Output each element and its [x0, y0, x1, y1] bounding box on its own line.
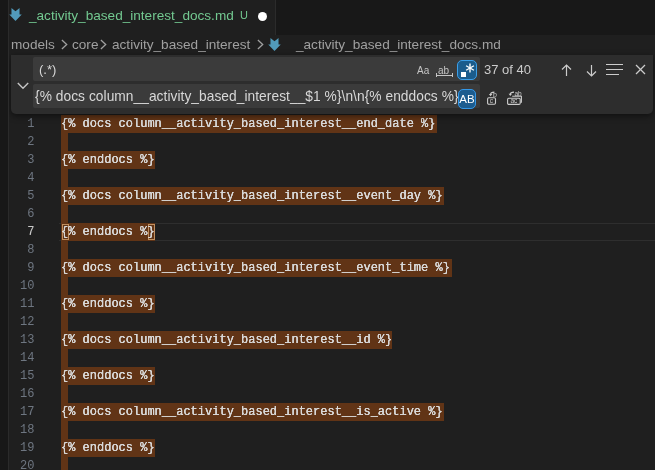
svg-text:b: b — [493, 91, 497, 98]
svg-text:ab: ab — [514, 90, 522, 97]
svg-text:ac: ac — [510, 97, 518, 104]
